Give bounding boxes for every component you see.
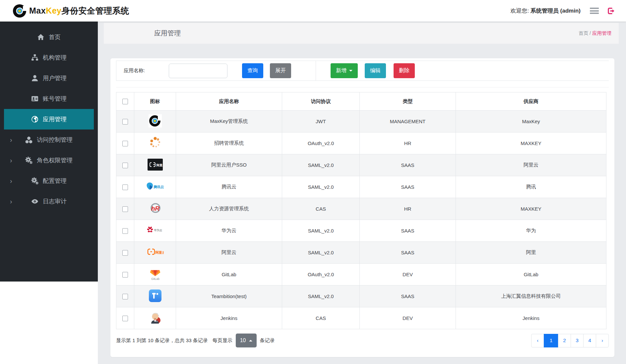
table-row: hR人力资源管理系统CASHRMAXKEY <box>116 198 606 220</box>
row-checkbox[interactable] <box>122 163 128 168</box>
app-name-cell: Teambition(test) <box>176 286 282 307</box>
expand-button[interactable]: 展开 <box>270 63 291 78</box>
delete-button[interactable]: 删除 <box>394 63 415 78</box>
sidebar-item-access[interactable]: ›访问控制管理 <box>0 130 98 150</box>
type-cell: MANAGEMENT <box>360 111 456 132</box>
sidebar-item-org[interactable]: 机构管理 <box>0 47 98 68</box>
globe-icon <box>31 116 38 123</box>
row-checkbox[interactable] <box>122 228 128 234</box>
welcome-text: 欢迎您: 系统管理员 (admin) <box>510 7 581 15</box>
table-row: 华为云华为云SAML_v2.0SAAS华为 <box>116 220 606 242</box>
row-select-cell <box>116 286 134 307</box>
caret-down-icon <box>349 70 352 72</box>
type-cell: SAAS <box>360 242 456 264</box>
sidebar-item-label: 角色权限管理 <box>37 156 73 164</box>
aliyun-dark-icon: 阿里云 <box>148 159 163 171</box>
row-icon-cell <box>134 286 176 307</box>
breadcrumb-home[interactable]: 首页 <box>579 30 588 36</box>
row-checkbox[interactable] <box>122 294 128 299</box>
row-select-cell <box>116 111 134 132</box>
hr-logo-icon: hR <box>149 202 162 215</box>
row-checkbox[interactable] <box>122 141 128 146</box>
sidebar-item-label: 访问控制管理 <box>37 136 73 144</box>
app-name-cell: 阿里云用户SSO <box>176 154 282 176</box>
vendor-cell: 上海汇翼信息科技有限公司 <box>456 286 606 307</box>
row-icon-cell: GitLab <box>134 264 176 286</box>
sidebar-item-user[interactable]: 用户管理 <box>0 68 98 88</box>
user-name: 系统管理员 (admin) <box>531 8 581 14</box>
row-select-cell <box>116 198 134 220</box>
row-checkbox[interactable] <box>122 316 128 321</box>
page-button-3[interactable]: 3 <box>571 334 584 347</box>
app-name-cell: Jenkins <box>176 307 282 329</box>
app-name-cell: 人力资源管理系统 <box>176 198 282 220</box>
row-icon-cell <box>134 307 176 329</box>
search-label: 应用名称: <box>124 68 152 74</box>
column-header: 供应商 <box>456 92 606 111</box>
svg-text:阿里云: 阿里云 <box>156 164 163 167</box>
row-checkbox[interactable] <box>122 272 128 278</box>
type-cell: SAAS <box>360 286 456 307</box>
protocol-cell: OAuth_v2.0 <box>282 264 360 286</box>
breadcrumb-separator: / <box>590 30 591 36</box>
protocol-cell: OAuth_v2.0 <box>282 132 360 154</box>
jenkins-icon <box>149 311 162 324</box>
caret-up-icon <box>249 340 252 341</box>
toolbar: 应用名称: 查询 展开 新增 编辑 删除 <box>116 61 609 81</box>
sidebar-item-label: 机构管理 <box>43 54 67 62</box>
row-checkbox[interactable] <box>122 184 128 190</box>
vendor-cell: MAXKEY <box>456 198 606 220</box>
sidebar-item-role[interactable]: ›角色权限管理 <box>0 150 98 171</box>
prev-page-button[interactable]: ‹ <box>531 334 544 347</box>
protocol-cell: CAS <box>282 307 360 329</box>
vendor-cell: 阿里 <box>456 242 606 264</box>
row-checkbox[interactable] <box>122 119 128 125</box>
table-row: Teambition(test)SAML_v2.0SAAS上海汇翼信息科技有限公… <box>116 286 606 307</box>
type-cell: DEV <box>360 264 456 286</box>
sidebar-item-config[interactable]: ›配置管理 <box>0 171 98 191</box>
app-name-input[interactable] <box>169 64 227 78</box>
row-select-cell <box>116 176 134 198</box>
sidebar-item-account[interactable]: 账号管理 <box>0 88 98 109</box>
chevron-right-icon: › <box>10 198 12 205</box>
table-row: 阿里云阿里云SAML_v2.0SAAS阿里 <box>116 242 606 264</box>
gitlab-icon: GitLab <box>149 267 162 281</box>
add-button[interactable]: 新增 <box>331 63 358 78</box>
row-select-cell <box>116 220 134 242</box>
row-icon-cell: 腾讯云 <box>134 176 176 198</box>
svg-text:阿里云: 阿里云 <box>156 251 164 254</box>
teambition-icon <box>149 289 161 302</box>
tencent-cloud-icon: 腾讯云 <box>146 181 165 192</box>
row-checkbox[interactable] <box>122 250 128 256</box>
user-icon <box>31 75 38 82</box>
next-page-button[interactable]: › <box>596 334 609 347</box>
row-select-cell <box>116 307 134 329</box>
row-select-cell <box>116 264 134 286</box>
query-button[interactable]: 查询 <box>242 63 263 78</box>
records-summary: 显示第 1 到第 10 条记录，总共 33 条记录 <box>116 338 208 344</box>
protocol-cell: SAML_v2.0 <box>282 220 360 242</box>
page-size-select[interactable]: 10 <box>236 334 257 347</box>
select-all-header <box>116 92 134 111</box>
recruit-dots-icon <box>149 136 162 149</box>
select-all-checkbox[interactable] <box>122 99 128 104</box>
menu-toggle-icon[interactable] <box>590 8 599 14</box>
breadcrumb-current: 应用管理 <box>592 30 611 36</box>
pagination: ‹1234› <box>531 334 609 347</box>
brand: MaxKey身份安全管理系统 <box>13 4 129 18</box>
type-cell: HR <box>360 198 456 220</box>
row-checkbox[interactable] <box>122 206 128 212</box>
sidebar-item-audit[interactable]: ›日志审计 <box>0 191 98 212</box>
page-button-2[interactable]: 2 <box>558 334 571 347</box>
table-row: JenkinsCASDEVJenkins <box>116 307 606 329</box>
protocol-cell: SAML_v2.0 <box>282 242 360 264</box>
logout-icon[interactable] <box>607 7 615 15</box>
page-button-1[interactable]: 1 <box>544 334 558 347</box>
sidebar-item-home[interactable]: 首页 <box>0 27 98 47</box>
type-cell: SAAS <box>360 154 456 176</box>
page-button-4[interactable]: 4 <box>583 334 596 347</box>
edit-button[interactable]: 编辑 <box>365 63 386 78</box>
row-icon-cell: 华为云 <box>134 220 176 242</box>
app-title: MaxKey身份安全管理系统 <box>29 5 129 16</box>
sidebar-item-app[interactable]: 应用管理 <box>4 109 94 130</box>
